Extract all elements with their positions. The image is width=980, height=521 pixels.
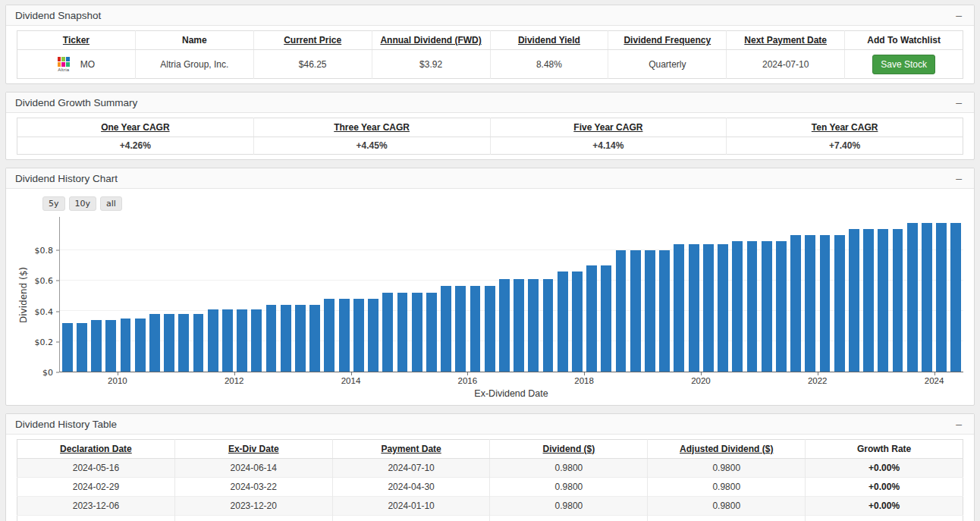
- range-button-5y[interactable]: 5y: [42, 196, 65, 211]
- col-header-payment-date[interactable]: Payment Date: [332, 440, 490, 459]
- dividend-bar[interactable]: [805, 235, 815, 372]
- dividend-bar[interactable]: [936, 223, 947, 372]
- dividend-bar[interactable]: [135, 319, 146, 372]
- dividend-bar[interactable]: [353, 299, 364, 372]
- dividend-bar[interactable]: [950, 223, 961, 372]
- y-tick-label: $0.2: [35, 337, 54, 347]
- dividend-bar[interactable]: [281, 305, 291, 372]
- x-axis-title: Ex-Dividend Date: [59, 388, 963, 399]
- chart-collapse-button[interactable]: –: [953, 172, 965, 184]
- dividend-bar[interactable]: [62, 323, 73, 372]
- dividend-bar[interactable]: [820, 235, 831, 372]
- history-collapse-button[interactable]: –: [953, 418, 965, 430]
- dividend-bar[interactable]: [77, 323, 87, 372]
- dividend-bar[interactable]: [324, 299, 335, 372]
- range-button-10y[interactable]: 10y: [69, 196, 97, 211]
- col-header-three-year-cagr[interactable]: Three Year CAGR: [253, 118, 490, 137]
- dividend-bar[interactable]: [309, 305, 320, 372]
- col-header-five-year-cagr[interactable]: Five Year CAGR: [490, 118, 727, 137]
- dividend-bar[interactable]: [222, 309, 233, 372]
- dividend-bar[interactable]: [397, 293, 408, 372]
- dividend-bar[interactable]: [732, 241, 743, 372]
- col-header-ten-year-cagr[interactable]: Ten Year CAGR: [727, 118, 963, 137]
- dividend-bar[interactable]: [455, 286, 466, 372]
- dividend-bar[interactable]: [718, 244, 728, 372]
- dividend-bar[interactable]: [426, 293, 437, 372]
- dividend-bar[interactable]: [339, 299, 350, 372]
- dividend-bar[interactable]: [849, 229, 859, 372]
- snapshot-collapse-button[interactable]: –: [953, 9, 965, 21]
- dividend-bar[interactable]: [907, 223, 918, 372]
- dividend-bar[interactable]: [659, 250, 670, 372]
- dividend-bar[interactable]: [863, 229, 874, 372]
- dividend-bar[interactable]: [645, 250, 655, 372]
- dividend-bar[interactable]: [601, 265, 611, 372]
- col-header-current-price[interactable]: Current Price: [253, 31, 372, 50]
- col-header-dividend-yield[interactable]: Dividend Yield: [490, 31, 608, 50]
- dividend-bar[interactable]: [790, 235, 801, 372]
- dividend-bar[interactable]: [499, 279, 510, 372]
- payment-date-cell: 2024-01-10: [332, 497, 490, 516]
- col-header-growth-rate: Growth Rate: [806, 440, 963, 459]
- col-header-next-payment-date[interactable]: Next Payment Date: [727, 31, 845, 50]
- dividend-bar[interactable]: [237, 309, 247, 372]
- dividend-bar[interactable]: [412, 293, 422, 372]
- dividend-bar[interactable]: [674, 244, 684, 372]
- dividend-bar[interactable]: [208, 309, 218, 372]
- dividend-bar[interactable]: [251, 309, 262, 372]
- history-header-row: Declaration Date Ex-Div Date Payment Dat…: [17, 440, 963, 459]
- dividend-bar[interactable]: [922, 223, 932, 372]
- dividend-bar[interactable]: [368, 299, 378, 372]
- dividend-bar[interactable]: [747, 241, 758, 372]
- dividend-bar[interactable]: [616, 250, 627, 372]
- dividend-bar[interactable]: [528, 279, 539, 372]
- col-header-dividend-frequency[interactable]: Dividend Frequency: [608, 31, 727, 50]
- col-header-dividend[interactable]: Dividend ($): [490, 440, 648, 459]
- col-header-declaration-date[interactable]: Declaration Date: [17, 440, 175, 459]
- col-header-ex-div-date[interactable]: Ex-Div Date: [174, 440, 332, 459]
- dividend-bar[interactable]: [149, 314, 160, 372]
- dividend-bar[interactable]: [630, 250, 641, 372]
- five-year-cagr-value: +4.14%: [490, 137, 727, 155]
- dividend-bar[interactable]: [703, 244, 714, 372]
- dividend-bar[interactable]: [193, 314, 204, 372]
- col-header-one-year-cagr[interactable]: One Year CAGR: [17, 118, 254, 137]
- growth-collapse-button[interactable]: –: [953, 96, 965, 108]
- dividend-bar[interactable]: [441, 286, 451, 372]
- growth-rate-cell: +0.00%: [806, 497, 963, 516]
- x-tick-label: 2020: [691, 376, 711, 385]
- dividend-bar[interactable]: [689, 244, 699, 372]
- save-stock-button[interactable]: Save Stock: [872, 55, 935, 74]
- x-tick-label: 2024: [925, 376, 944, 385]
- col-header-adjusted-dividend[interactable]: Adjusted Dividend ($): [648, 440, 806, 459]
- dividend-bar[interactable]: [878, 229, 888, 372]
- dividend-bar[interactable]: [558, 271, 568, 372]
- altria-logo-text: Altria: [58, 67, 69, 72]
- dividend-bar[interactable]: [514, 279, 524, 372]
- dividend-bar[interactable]: [178, 314, 189, 372]
- dividend-bar[interactable]: [586, 265, 597, 372]
- dividend-bar[interactable]: [382, 293, 393, 372]
- dividend-bar[interactable]: [295, 305, 306, 372]
- dividend-bar[interactable]: [105, 320, 116, 372]
- dividend-history-chart: Dividend ($) $0$0.2$0.4$0.6$0.8: [17, 217, 963, 372]
- dividend-bar[interactable]: [91, 320, 102, 372]
- dividend-bar[interactable]: [543, 279, 554, 372]
- dividend-bar[interactable]: [485, 286, 495, 372]
- dividend-bar[interactable]: [470, 286, 481, 372]
- dividend-bar[interactable]: [266, 305, 277, 372]
- chart-panel-body: 5y 10y all Dividend ($) $0$0.2$0.4$0.6$0…: [6, 189, 974, 405]
- dividend-bar[interactable]: [893, 229, 903, 372]
- dividend-bar[interactable]: [834, 235, 845, 372]
- snapshot-row: Altria MO Altria Group, Inc. $46.25 $3.9…: [17, 50, 963, 79]
- dividend-bar[interactable]: [762, 241, 772, 372]
- dividend-bar[interactable]: [121, 319, 131, 372]
- col-header-ticker[interactable]: Ticker: [17, 31, 136, 50]
- snapshot-panel-header: Dividend Snapshot –: [6, 5, 974, 26]
- range-button-all[interactable]: all: [100, 196, 122, 211]
- col-header-annual-dividend[interactable]: Annual Dividend (FWD): [372, 31, 490, 50]
- dividend-bar[interactable]: [164, 314, 174, 372]
- growth-header-row: One Year CAGR Three Year CAGR Five Year …: [17, 118, 963, 137]
- dividend-bar[interactable]: [776, 241, 787, 372]
- dividend-bar[interactable]: [572, 271, 583, 372]
